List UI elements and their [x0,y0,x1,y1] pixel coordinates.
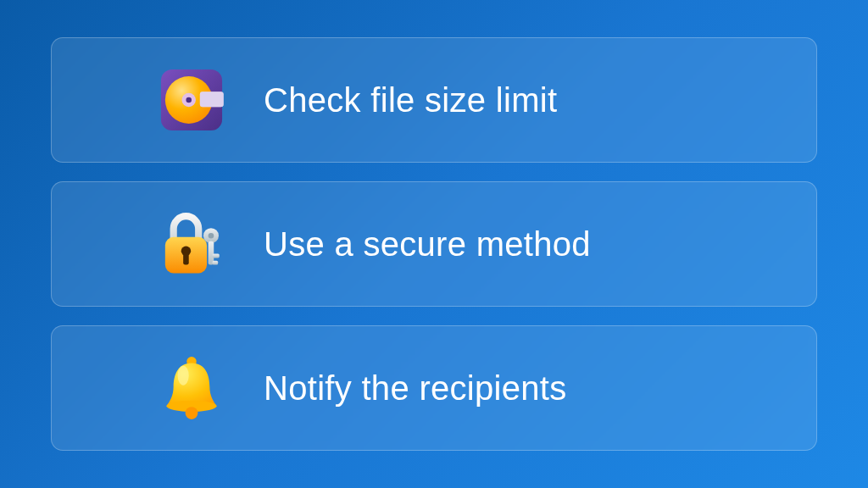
lock-key-icon [153,206,230,282]
disc-icon [153,62,230,138]
svg-rect-13 [213,261,219,265]
svg-point-17 [178,366,189,385]
svg-point-3 [186,97,192,103]
card-file-size[interactable]: Check file size limit [51,37,817,163]
svg-point-16 [186,407,198,419]
card-label: Check file size limit [264,81,557,119]
svg-rect-8 [183,252,189,265]
bell-icon [153,350,230,426]
card-label: Notify the recipients [264,369,567,408]
card-secure-method[interactable]: Use a secure method [51,181,817,307]
card-label: Use a secure method [264,225,591,263]
svg-rect-5 [200,92,224,107]
svg-rect-12 [213,253,220,258]
card-notify-recipients[interactable]: Notify the recipients [51,325,817,451]
svg-point-10 [209,233,214,239]
